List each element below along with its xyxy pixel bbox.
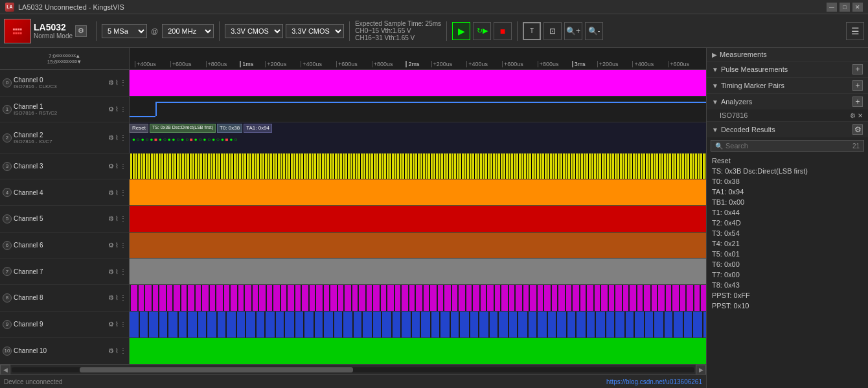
voltage2-select[interactable]: 3.3V CMOS: [286, 24, 344, 38]
play-button[interactable]: ▶: [452, 22, 470, 40]
decoded-item-14[interactable]: PPST: 0x10: [707, 301, 868, 311]
channel-wave-10[interactable]: [130, 338, 706, 365]
ch10-more-icon[interactable]: ⋮: [120, 347, 126, 354]
decoded-item-13[interactable]: PPST: 0xFF: [707, 290, 868, 301]
decoded-item-12[interactable]: T8: 0x43: [707, 280, 868, 290]
ch2-wave-icon[interactable]: ⌇: [115, 134, 119, 141]
measurements-section: ▶ Measurements: [707, 48, 868, 62]
ch5-gear-icon[interactable]: ⚙: [108, 215, 114, 222]
ch7-gear-icon[interactable]: ⚙: [108, 268, 114, 275]
ch2-more-icon[interactable]: ⋮: [120, 134, 126, 141]
scroll-up-arrow[interactable]: ▲: [75, 53, 80, 59]
ch0-more-icon[interactable]: ⋮: [120, 79, 126, 86]
ch6-more-icon[interactable]: ⋮: [120, 242, 126, 249]
ch7-more-icon[interactable]: ⋮: [120, 268, 126, 275]
ch6-wave-icon[interactable]: ⌇: [115, 242, 119, 249]
decoded-item-9[interactable]: T5: 0x01: [707, 249, 868, 259]
scroll-thumb[interactable]: [80, 367, 353, 372]
ch4-more-icon[interactable]: ⋮: [120, 189, 126, 196]
pulse-header[interactable]: ▼ Pulse Measurements +: [707, 62, 868, 77]
ruler-mark-800us-2: +800us: [372, 61, 393, 67]
minimize-button[interactable]: [827, 3, 837, 12]
analyzer-close-icon[interactable]: ✕: [858, 112, 863, 119]
ch9-more-icon[interactable]: ⋮: [120, 321, 126, 328]
analyzers-add-button[interactable]: +: [852, 97, 863, 107]
decoded-item-0[interactable]: Reset: [707, 155, 868, 166]
ch8-more-icon[interactable]: ⋮: [120, 294, 126, 301]
decoded-item-4[interactable]: TB1: 0x00: [707, 197, 868, 207]
scroll-right-arrow[interactable]: ▶: [696, 365, 706, 375]
search-input[interactable]: [725, 142, 852, 150]
ch8-wave-icon[interactable]: ⌇: [115, 294, 119, 301]
decoded-item-8[interactable]: T4: 0x21: [707, 238, 868, 249]
zoom-fit-button[interactable]: ⊡: [543, 22, 562, 40]
ch5-more-icon[interactable]: ⋮: [120, 215, 126, 222]
decoded-item-6[interactable]: T2: 0x4D: [707, 218, 868, 228]
channel-wave-0[interactable]: [130, 70, 706, 96]
sample-rate-select[interactable]: 5 MSa: [102, 24, 147, 38]
zoom-in-button[interactable]: 🔍+: [564, 22, 582, 40]
scroll-down-arrow[interactable]: ▼: [76, 59, 82, 65]
ch4-gear-icon[interactable]: ⚙: [108, 189, 114, 196]
maximize-button[interactable]: [839, 3, 850, 12]
channel-wave-2[interactable]: Reset TS: 0x3B Dsc:Direct(LSB first) T0:…: [130, 122, 706, 152]
ch3-gear-icon[interactable]: ⚙: [108, 163, 114, 170]
ch3-more-icon[interactable]: ⋮: [120, 163, 126, 170]
ch0-gear-icon[interactable]: ⚙: [108, 79, 114, 86]
frequency-select[interactable]: 200 MHz: [162, 24, 214, 38]
ch7-wave-icon[interactable]: ⌇: [115, 268, 119, 275]
ch1-more-icon[interactable]: ⋮: [120, 106, 126, 113]
ch1-wave-icon[interactable]: ⌇: [115, 106, 119, 113]
decoded-item-3[interactable]: TA1: 0x94: [707, 187, 868, 197]
timing-add-button[interactable]: +: [852, 80, 863, 91]
ch1-gear-icon[interactable]: ⚙: [108, 106, 114, 113]
channel-wave-3[interactable]: [130, 154, 706, 179]
device-gear-button[interactable]: ⚙: [75, 25, 87, 37]
text-tool-button[interactable]: T: [523, 22, 541, 40]
decoded-item-7[interactable]: T3: 0x54: [707, 228, 868, 238]
channel-wave-5[interactable]: [130, 206, 706, 232]
ch6-gear-icon[interactable]: ⚙: [108, 242, 114, 249]
scroll-left-arrow[interactable]: ◀: [0, 365, 10, 375]
decoded-label: Decoded Results: [721, 126, 852, 133]
close-button[interactable]: [852, 3, 863, 12]
channel-wave-6[interactable]: [130, 233, 706, 258]
timing-header[interactable]: ▼ Timing Marker Pairs +: [707, 78, 868, 93]
ch9-gear-icon[interactable]: ⚙: [108, 321, 114, 328]
voltage1-select[interactable]: 3.3V CMOS: [225, 24, 283, 38]
measurements-header[interactable]: ▶ Measurements: [707, 48, 868, 61]
ch4-wave-icon[interactable]: ⌇: [115, 189, 119, 196]
channel-wave-8[interactable]: [130, 285, 706, 311]
zoom-out-button[interactable]: 🔍-: [585, 22, 603, 40]
decoded-item-1[interactable]: TS: 0x3B Dsc:Direct(LSB first): [707, 166, 868, 176]
channel-wave-7[interactable]: [130, 258, 706, 284]
ch10-gear-icon[interactable]: ⚙: [108, 347, 114, 354]
loop-play-button[interactable]: ↻▶: [473, 22, 491, 40]
ch2-gear-icon[interactable]: ⚙: [108, 134, 114, 141]
ch5-name-group: Channel 5: [14, 215, 106, 222]
ch8-gear-icon[interactable]: ⚙: [108, 294, 114, 301]
ch0-wave-icon[interactable]: ⌇: [115, 79, 119, 86]
ch5-wave-icon[interactable]: ⌇: [115, 215, 119, 222]
menu-button[interactable]: ☰: [846, 22, 864, 40]
analyzer-gear-icon[interactable]: ⚙: [850, 112, 856, 119]
channel-wave-4[interactable]: [130, 179, 706, 205]
analyzers-header[interactable]: ▼ Analyzers +: [707, 94, 868, 109]
ch9-wave-icon[interactable]: ⌇: [115, 321, 119, 328]
channel-label-9: 9 Channel 9 ⚙ ⌇ ⋮: [0, 312, 130, 337]
channel-wave-1[interactable]: [130, 97, 706, 122]
sep4: [446, 21, 447, 41]
decoded-results-header[interactable]: ▼ Decoded Results ⚙: [707, 122, 868, 137]
ch10-wave-icon[interactable]: ⌇: [115, 347, 119, 354]
horizontal-scrollbar[interactable]: ◀ ▶: [0, 364, 706, 374]
stop-button[interactable]: ■: [494, 22, 512, 40]
pulse-add-button[interactable]: +: [852, 64, 863, 74]
decoded-item-2[interactable]: T0: 0x38: [707, 176, 868, 187]
decoded-item-11[interactable]: T7: 0x00: [707, 269, 868, 280]
decoded-item-10[interactable]: T6: 0x00: [707, 259, 868, 269]
decoded-settings-button[interactable]: ⚙: [852, 124, 863, 135]
ch3-wave-icon[interactable]: ⌇: [115, 163, 119, 170]
channel-wave-9[interactable]: [130, 312, 706, 337]
scroll-track[interactable]: [12, 367, 694, 372]
decoded-item-5[interactable]: T1: 0x44: [707, 207, 868, 218]
